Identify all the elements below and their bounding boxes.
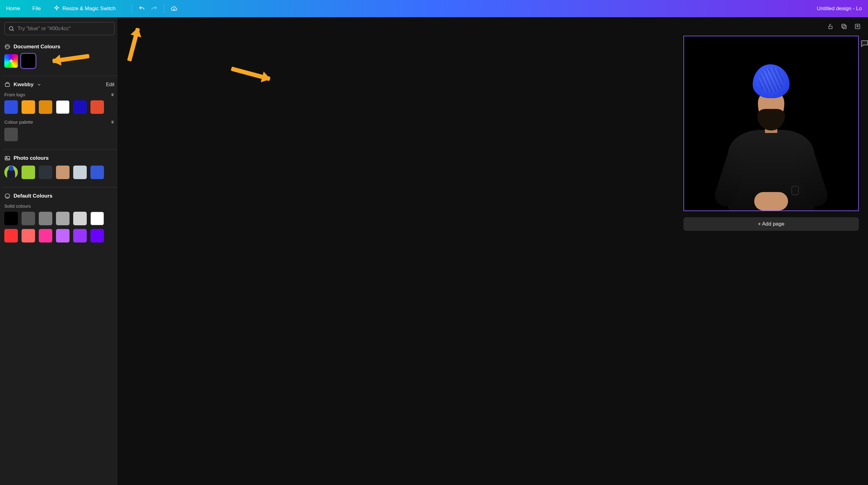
photo-color-swatch[interactable] — [90, 165, 104, 179]
droplet-icon — [4, 193, 10, 199]
brand-logo-color-swatch[interactable] — [56, 100, 69, 114]
svg-point-3 — [6, 47, 6, 47]
palette-icon — [4, 44, 10, 50]
photo-color-swatch[interactable] — [39, 165, 52, 179]
photo-subject[interactable] — [725, 63, 817, 211]
undo-icon — [138, 5, 145, 12]
colour-palette-label: Colour palette — [4, 119, 33, 125]
svg-rect-10 — [829, 26, 832, 29]
resize-label: Resize & Magic Switch — [62, 5, 116, 12]
brand-section: Kwebby Edit From logo ♛ Colour palette ♛ — [4, 82, 115, 141]
add-color-swatch[interactable] — [4, 54, 18, 68]
default-colours-label: Default Colours — [13, 193, 53, 199]
sparkle-icon — [53, 5, 60, 12]
undo-button[interactable] — [136, 2, 148, 15]
brand-logo-color-swatch[interactable] — [73, 100, 87, 114]
brand-kit-icon — [4, 82, 10, 88]
section-separator-3 — [1, 187, 118, 187]
comments-button[interactable] — [860, 39, 868, 48]
brand-logo-color-swatch[interactable] — [39, 100, 52, 114]
expand-icon — [854, 23, 861, 30]
color-search-input[interactable] — [18, 26, 111, 32]
default-color-swatch[interactable] — [22, 212, 35, 225]
design-page[interactable] — [683, 36, 859, 211]
default-color-swatch[interactable] — [56, 229, 69, 243]
expand-button[interactable] — [853, 22, 862, 31]
from-logo-label: From logo — [4, 92, 25, 97]
lock-open-icon — [827, 23, 834, 30]
annotation-arrow-canvas — [231, 66, 270, 81]
brand-edit-button[interactable]: Edit — [106, 82, 115, 87]
default-color-swatch[interactable] — [4, 229, 18, 243]
redo-icon — [151, 5, 157, 12]
brand-palette-color-swatch[interactable] — [4, 128, 18, 141]
top-menu-bar: Home File Resize & Magic Switch Untitled… — [0, 0, 868, 17]
photo-color-swatch[interactable] — [4, 165, 18, 179]
canvas-controls — [826, 22, 862, 31]
crown-icon: ♛ — [111, 92, 115, 97]
document-title[interactable]: Untitled design - Lo — [817, 5, 862, 12]
canvas-area[interactable]: + Add page — [118, 17, 868, 485]
annotation-arrow-toolbar — [127, 28, 140, 62]
brand-logo-color-swatch[interactable] — [4, 100, 18, 114]
color-panel: Document Colours Kwebby Edit From logo ♛ — [0, 17, 118, 485]
section-separator-2 — [1, 149, 118, 150]
default-colours-section: Default Colours Solid colours — [4, 193, 115, 243]
brand-name[interactable]: Kwebby — [13, 82, 33, 88]
svg-rect-6 — [5, 83, 9, 87]
cloud-check-icon — [171, 5, 178, 12]
photo-colours-section: Photo colours — [4, 155, 115, 179]
default-color-swatch[interactable] — [22, 229, 35, 243]
svg-point-4 — [7, 46, 7, 46]
default-color-swatch[interactable] — [73, 229, 87, 243]
image-icon — [4, 155, 10, 161]
home-menu[interactable]: Home — [6, 5, 20, 12]
redo-button[interactable] — [148, 2, 160, 15]
resize-magic-switch[interactable]: Resize & Magic Switch — [53, 5, 116, 12]
section-separator — [1, 76, 118, 76]
default-color-swatch[interactable] — [4, 212, 18, 225]
copy-icon — [841, 23, 847, 30]
photo-color-swatch[interactable] — [56, 165, 69, 179]
document-colours-label: Document Colours — [13, 44, 60, 50]
brand-logo-color-swatch[interactable] — [90, 100, 104, 114]
menu-divider — [132, 4, 132, 13]
add-page-button[interactable]: + Add page — [683, 217, 859, 231]
brand-logo-color-swatch[interactable] — [22, 100, 35, 114]
svg-point-5 — [8, 46, 9, 47]
crown-icon-2: ♛ — [111, 120, 115, 124]
solid-colours-label: Solid colours — [4, 204, 31, 209]
chevron-down-icon[interactable] — [37, 82, 41, 87]
default-color-swatch[interactable] — [39, 229, 52, 243]
cloud-status-button[interactable] — [168, 2, 180, 15]
svg-rect-11 — [843, 25, 846, 29]
photo-color-swatch[interactable] — [22, 165, 35, 179]
default-color-swatch[interactable] — [90, 212, 104, 225]
file-menu[interactable]: File — [32, 5, 40, 12]
svg-rect-12 — [842, 24, 845, 28]
default-color-swatch[interactable] — [39, 212, 52, 225]
canvas-lock-button[interactable] — [826, 22, 835, 31]
duplicate-page-button[interactable] — [840, 22, 848, 31]
default-color-swatch[interactable] — [73, 212, 87, 225]
default-color-swatch[interactable] — [56, 212, 69, 225]
search-icon — [8, 26, 14, 32]
color-search[interactable] — [4, 22, 115, 35]
svg-point-2 — [9, 27, 13, 30]
photo-colours-label: Photo colours — [13, 155, 49, 161]
photo-color-swatch[interactable] — [73, 165, 87, 179]
default-color-swatch[interactable] — [90, 229, 104, 243]
document-color-swatch[interactable] — [22, 54, 35, 68]
